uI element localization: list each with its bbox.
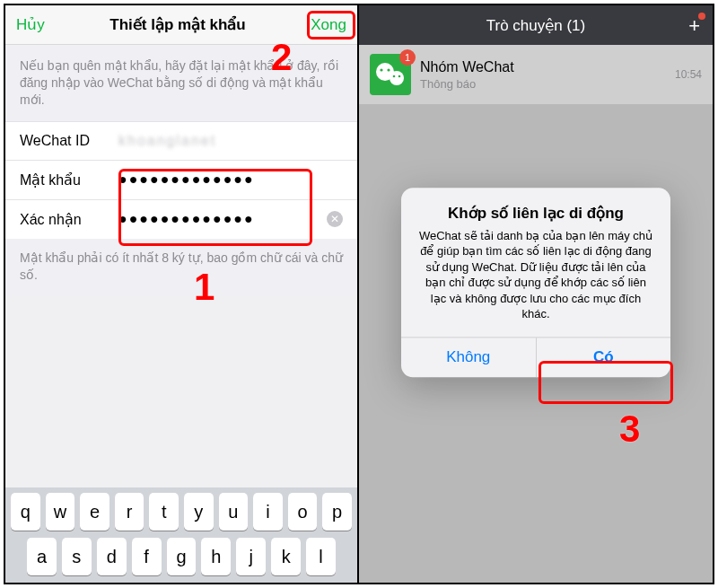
left-screen: Hủy Thiết lập mật khẩu Xong Nếu bạn quên… bbox=[5, 5, 359, 583]
clear-icon[interactable]: ✕ bbox=[327, 211, 343, 227]
key-a[interactable]: a bbox=[27, 538, 57, 575]
add-icon[interactable]: + bbox=[688, 14, 700, 38]
alert-message: WeChat sẽ tải danh bạ của bạn lên máy ch… bbox=[401, 228, 670, 337]
svg-point-5 bbox=[398, 75, 401, 78]
chat-title: Trò chuyện (1) bbox=[486, 16, 585, 35]
key-h[interactable]: h bbox=[201, 538, 231, 575]
done-button[interactable]: Xong bbox=[311, 16, 346, 34]
key-u[interactable]: u bbox=[219, 493, 249, 531]
confirm-row: Xác nhận ●●●●●●●●●●●●● ✕ bbox=[5, 199, 357, 239]
chat-info: Nhóm WeChat Thông báo bbox=[420, 59, 514, 91]
key-g[interactable]: g bbox=[167, 538, 197, 575]
keyboard: qwertyuiop asdfghjkl bbox=[5, 487, 357, 583]
key-j[interactable]: j bbox=[236, 538, 266, 575]
alert-dialog: Khớp số liên lạc di động WeChat sẽ tải d… bbox=[401, 188, 670, 377]
wechat-avatar-icon: 1 bbox=[370, 54, 411, 95]
key-r[interactable]: r bbox=[115, 493, 144, 531]
wechat-id-label: WeChat ID bbox=[20, 133, 118, 149]
key-f[interactable]: f bbox=[132, 538, 162, 575]
key-o[interactable]: o bbox=[288, 493, 318, 531]
password-hint: Mật khẩu phải có ít nhất 8 ký tự, bao gồ… bbox=[5, 239, 357, 295]
svg-point-2 bbox=[380, 68, 382, 71]
key-i[interactable]: i bbox=[253, 493, 283, 531]
page-title: Thiết lập mật khẩu bbox=[109, 15, 245, 34]
wechat-id-value: khoanglanet bbox=[118, 133, 343, 149]
alert-buttons: Không Có bbox=[401, 337, 670, 377]
cancel-button[interactable]: Hủy bbox=[16, 15, 45, 34]
wechat-id-row: WeChat ID khoanglanet bbox=[5, 121, 357, 160]
alert-no-button[interactable]: Không bbox=[401, 338, 536, 377]
alert-yes-button[interactable]: Có bbox=[536, 338, 671, 377]
svg-point-1 bbox=[390, 71, 404, 85]
key-l[interactable]: l bbox=[306, 538, 336, 575]
chat-sub: Thông báo bbox=[420, 77, 514, 91]
chat-name: Nhóm WeChat bbox=[420, 59, 514, 75]
key-y[interactable]: y bbox=[184, 493, 214, 531]
confirm-label: Xác nhận bbox=[20, 211, 118, 228]
password-row: Mật khẩu ●●●●●●●●●●●●● bbox=[5, 160, 357, 199]
svg-point-4 bbox=[393, 75, 396, 78]
confirm-input[interactable]: ●●●●●●●●●●●●● bbox=[118, 211, 327, 227]
password-label: Mật khẩu bbox=[20, 171, 118, 189]
chat-nav: Trò chuyện (1) + bbox=[359, 5, 713, 45]
key-k[interactable]: k bbox=[271, 538, 301, 575]
key-s[interactable]: s bbox=[62, 538, 92, 575]
right-screen: Trò chuyện (1) + 1 Nhóm WeChat Thông báo… bbox=[359, 5, 713, 583]
key-p[interactable]: p bbox=[322, 493, 352, 531]
nav-bar: Hủy Thiết lập mật khẩu Xong bbox=[5, 5, 357, 45]
annotation-number-3: 3 bbox=[619, 408, 640, 451]
chat-time: 10:54 bbox=[675, 68, 702, 81]
alert-title: Khớp số liên lạc di động bbox=[401, 188, 670, 228]
info-text: Nếu bạn quên mật khẩu, hãy đặt lại mật k… bbox=[5, 45, 357, 121]
key-w[interactable]: w bbox=[46, 493, 75, 531]
password-input[interactable]: ●●●●●●●●●●●●● bbox=[118, 171, 343, 188]
key-e[interactable]: e bbox=[80, 493, 109, 531]
chat-row[interactable]: 1 Nhóm WeChat Thông báo 10:54 bbox=[359, 45, 713, 104]
key-q[interactable]: q bbox=[11, 493, 40, 531]
key-t[interactable]: t bbox=[149, 493, 179, 531]
unread-badge: 1 bbox=[399, 49, 416, 66]
svg-point-3 bbox=[387, 68, 390, 71]
key-d[interactable]: d bbox=[97, 538, 127, 575]
